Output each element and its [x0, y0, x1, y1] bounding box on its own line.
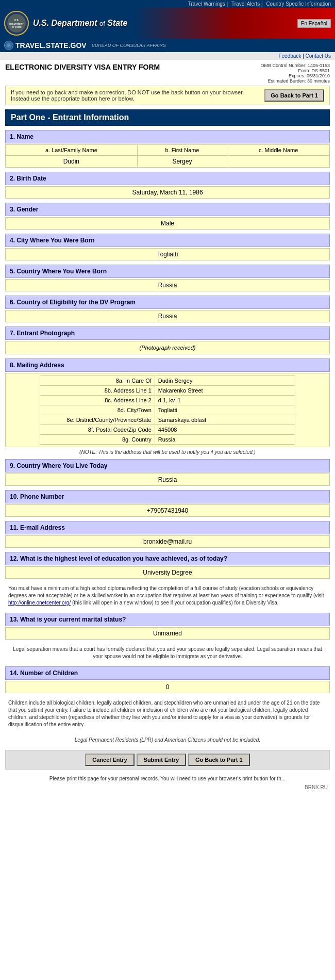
- name-col-b-header: b. First Name: [137, 145, 227, 156]
- country-specific-link[interactable]: Country Specific Information: [266, 1, 331, 7]
- addr-8g-value: Russia: [155, 435, 295, 445]
- addr-8b-value: Makarenko Street: [155, 386, 295, 396]
- section-14-header: 14. Number of Children: [5, 666, 330, 680]
- main-content: ELECTRONIC DIVERSITY VISA ENTRY FORM OMB…: [0, 60, 335, 794]
- onetcenter-link[interactable]: http://online.onetcenter.org/: [8, 600, 71, 606]
- cancel-entry-button[interactable]: Cancel Entry: [85, 754, 134, 766]
- birth-date-value: Saturday, March 11, 1986: [5, 186, 330, 199]
- country-live-value: Russia: [5, 473, 330, 486]
- svg-text:DEPARTMENT: DEPARTMENT: [9, 23, 24, 25]
- section-2-header: 2. Birth Date: [5, 172, 330, 185]
- feedback-link[interactable]: Feedback: [278, 53, 301, 59]
- children-note1: Children include all biological children…: [5, 697, 330, 730]
- gender-value: Male: [5, 217, 330, 230]
- section-8-header: 8. Mailing Address: [5, 358, 330, 372]
- address-section: 8a. In Care Of Dudin Sergey 8b. Address …: [5, 373, 330, 447]
- addr-8d-label: 8d. City/Town: [40, 405, 155, 415]
- globe-icon: [4, 41, 13, 50]
- education-value: University Degree: [5, 566, 330, 579]
- section-9-header: 9. Country Where You Live Today: [5, 459, 330, 472]
- feedback-bar: Feedback | Contact Us: [0, 52, 335, 60]
- city-born-value: Togliatti: [5, 248, 330, 260]
- section-12-header: 12. What is the highest level of educati…: [5, 552, 330, 565]
- omb-info: OMB Control Number: 1405-0153 Form: DS-5…: [260, 63, 330, 84]
- marital-note: Legal separation means that a court has …: [5, 644, 330, 662]
- name-col-a-header: a. Last/Family Name: [6, 145, 138, 156]
- header-right: En Español: [297, 19, 331, 28]
- name-table: a. Last/Family Name b. First Name c. Mid…: [5, 144, 330, 168]
- omb-row: ELECTRONIC DIVERSITY VISA ENTRY FORM OMB…: [5, 63, 330, 84]
- dept-name-text: U.S. Department of State: [33, 19, 127, 28]
- middle-name-value: [227, 156, 330, 168]
- addr-8d-value: Togliatti: [155, 405, 295, 415]
- travel-bar: TRAVEL.STATE.GOV BUREAU OF CONSULAR AFFA…: [0, 39, 335, 52]
- section-1-header: 1. Name: [5, 130, 330, 143]
- go-back-bottom-button[interactable]: Go Back to Part 1: [188, 754, 250, 766]
- warning-text: If you need to go back and make a correc…: [11, 89, 259, 102]
- country-born-value: Russia: [5, 279, 330, 291]
- travel-logo: TRAVEL.STATE.GOV BUREAU OF CONSULAR AFFA…: [4, 41, 166, 50]
- addr-8g-label: 8g. Country: [40, 435, 155, 445]
- addr-8f-value: 445008: [155, 425, 295, 435]
- name-col-c-header: c. Middle Name: [227, 145, 330, 156]
- education-info: You must have a minimum of a high school…: [5, 583, 330, 609]
- addr-8e-label: 8e. District/County/Province/State: [40, 415, 155, 425]
- submit-entry-button[interactable]: Submit Entry: [137, 754, 186, 766]
- first-name-value: Sergey: [137, 156, 227, 168]
- footer-note: Please print this page for your personal…: [5, 774, 330, 783]
- header-left: U.S. DEPARTMENT OF STATE U.S. Department…: [4, 11, 127, 36]
- marital-value: Unmarried: [5, 627, 330, 640]
- section-10-header: 10. Phone Number: [5, 490, 330, 503]
- section-5-header: 5. Country Where You Were Born: [5, 265, 330, 278]
- top-nav: Travel Warnings | Travel Alerts | Countr…: [0, 0, 335, 8]
- section-7-header: 7. Entrant Photograph: [5, 326, 330, 340]
- buttons-row: Cancel Entry Submit Entry Go Back to Par…: [5, 750, 330, 770]
- children-value: 0: [5, 681, 330, 693]
- phone-value: +79057431940: [5, 504, 330, 517]
- address-table: 8a. In Care Of Dudin Sergey 8b. Address …: [40, 375, 295, 445]
- part-one-title: Part One - Entrant Information: [5, 109, 330, 126]
- last-name-value: Dudin: [6, 156, 138, 168]
- site-header: U.S. DEPARTMENT OF STATE U.S. Department…: [0, 8, 335, 39]
- en-espanol-button[interactable]: En Español: [297, 19, 331, 28]
- go-back-top-button[interactable]: Go Back to Part 1: [264, 89, 324, 102]
- children-note2: Legal Permanent Residents (LPR) and Amer…: [5, 734, 330, 746]
- section-13-header: 13. What is your current marital status?: [5, 613, 330, 626]
- warning-box: If you need to go back and make a correc…: [5, 86, 330, 105]
- watermark: BRNX.RU: [5, 783, 330, 791]
- bureau-label: BUREAU OF CONSULAR AFFAIRS: [92, 43, 166, 48]
- addr-8c-value: d.1, kv. 1: [155, 396, 295, 405]
- section-3-header: 3. Gender: [5, 203, 330, 216]
- addr-8e-value: Samarskaya oblast: [155, 415, 295, 425]
- contact-us-link[interactable]: Contact Us: [306, 53, 331, 59]
- travel-alerts-link[interactable]: Travel Alerts: [231, 1, 260, 7]
- section-6-header: 6. Country of Eligibility for the DV Pro…: [5, 296, 330, 309]
- addr-8f-label: 8f. Postal Code/Zip Code: [40, 425, 155, 435]
- addr-8a-label: 8a. In Care Of: [40, 376, 155, 386]
- section-4-header: 4. City Where You Were Born: [5, 234, 330, 247]
- country-eligibility-value: Russia: [5, 310, 330, 322]
- form-title: ELECTRONIC DIVERSITY VISA ENTRY FORM: [5, 63, 260, 71]
- addr-8b-label: 8b. Address Line 1: [40, 386, 155, 396]
- svg-text:OF STATE: OF STATE: [11, 26, 22, 28]
- photograph-value: (Photograph received): [5, 341, 330, 354]
- email-value: bronxide@mail.ru: [5, 535, 330, 548]
- section-11-header: 11. E-mail Address: [5, 521, 330, 534]
- address-note: (NOTE: This is the address that will be …: [5, 449, 330, 455]
- addr-8a-value: Dudin Sergey: [155, 376, 295, 386]
- svg-text:U.S.: U.S.: [14, 19, 19, 22]
- state-dept-seal: U.S. DEPARTMENT OF STATE: [4, 11, 29, 36]
- addr-8c-label: 8c. Address Line 2: [40, 396, 155, 405]
- travel-warnings-link[interactable]: Travel Warnings: [188, 1, 225, 7]
